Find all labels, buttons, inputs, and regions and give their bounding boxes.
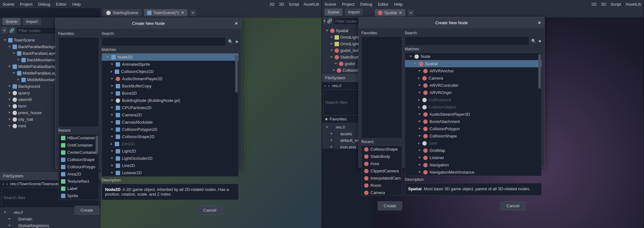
favorites-list[interactable] (58, 37, 99, 127)
open-scene-tab-0[interactable]: StartingScene (103, 9, 142, 16)
list-item[interactable]: InterpolatedCam (362, 175, 402, 182)
list-item[interactable]: Line2D (102, 162, 238, 169)
menu-editor[interactable]: Editor (378, 2, 389, 7)
list-item[interactable]: BoneAttachment (405, 118, 541, 125)
menu-scene[interactable]: Scene (3, 2, 14, 7)
create-button[interactable]: Create (378, 201, 402, 210)
list-item[interactable]: Light2D (102, 147, 238, 155)
list-item[interactable]: GridMap (405, 147, 541, 154)
mode-assetlib[interactable]: AssetLib (303, 2, 319, 7)
menu-project[interactable]: Project (342, 2, 354, 7)
list-item[interactable]: CollisionPolygo (58, 163, 99, 170)
recent-list[interactable]: HBoxContainerGridContainerCenterContaine… (58, 134, 99, 200)
list-item[interactable]: Room (362, 182, 402, 189)
cancel-button[interactable]: Cancel (501, 201, 526, 210)
close-icon[interactable]: ✕ (538, 20, 541, 25)
search-input[interactable] (405, 36, 529, 46)
link-node-button[interactable]: 🔗 (327, 18, 332, 24)
matches-list[interactable]: Node2DAnimatedSpriteCollisionObject2DAud… (102, 53, 239, 177)
list-item[interactable]: Camera2D (102, 111, 238, 119)
add-node-button[interactable]: + (1, 27, 8, 33)
menu-editor[interactable]: Editor (56, 2, 67, 7)
list-item[interactable]: Camera (362, 189, 402, 196)
list-item[interactable]: CullInstance (405, 96, 541, 103)
list-item[interactable]: CollisionObject (405, 103, 541, 111)
list-item[interactable]: Node (405, 53, 541, 60)
list-item[interactable]: Area (362, 160, 402, 167)
list-item[interactable]: ClippedCamera (362, 167, 402, 175)
menu-debug[interactable]: Debug (360, 2, 372, 7)
list-item[interactable]: Area2D (58, 170, 99, 178)
list-item[interactable]: GridContainer (58, 142, 99, 149)
mode-2d[interactable]: 2D (269, 2, 275, 7)
list-item[interactable]: Listener (405, 154, 541, 161)
search-icon[interactable]: 🔍 (531, 39, 536, 43)
list-item[interactable]: HBoxContainer (58, 134, 99, 142)
list-item[interactable]: CollisionShape (362, 146, 402, 153)
open-scene-tab-0[interactable]: Spatial✕ (375, 9, 405, 16)
list-item[interactable]: Label (58, 185, 99, 192)
list-item[interactable]: LightOccluder2D (102, 155, 238, 162)
cancel-button[interactable]: Cancel (197, 206, 223, 215)
close-icon[interactable]: ✕ (399, 10, 402, 15)
list-item[interactable]: AnimatedSprite (102, 61, 238, 68)
create-button[interactable]: Create (75, 206, 99, 215)
tree-node[interactable]: GlobalSingletons (1, 222, 99, 228)
list-item[interactable]: Camera (405, 75, 541, 82)
link-node-button[interactable]: 🔗 (9, 27, 15, 33)
mode-script[interactable]: Script (611, 2, 621, 7)
list-item[interactable]: Spatial (405, 60, 541, 67)
list-item[interactable]: StaticBody (362, 153, 402, 160)
tab-scene[interactable]: Scene (3, 18, 20, 25)
list-item[interactable]: CPUParticles2D (102, 104, 238, 111)
new-tab-button[interactable]: + (190, 10, 196, 16)
nav-back-icon[interactable]: ‹ (3, 181, 4, 186)
nav-fwd-icon[interactable]: › (328, 83, 330, 88)
list-item[interactable]: Sprite (58, 192, 99, 199)
list-item[interactable]: Node2D (102, 53, 238, 61)
list-item[interactable]: AudioStreamPlayer3D (405, 111, 541, 118)
mode-assetlib[interactable]: AssetLib (625, 2, 641, 7)
list-item[interactable]: BackBufferCopy (102, 82, 238, 90)
search-icon[interactable]: 🔍 (228, 39, 233, 44)
nav-fwd-icon[interactable]: › (6, 181, 8, 186)
new-tab-button[interactable]: + (408, 10, 414, 16)
list-item[interactable]: Joint (405, 140, 541, 147)
list-item[interactable]: CollisionShape (405, 132, 541, 140)
list-item[interactable]: BuildingNode (BuildingNode.gd) (102, 97, 238, 104)
favorite-icon[interactable]: ★ (538, 39, 542, 43)
list-item[interactable]: CanvasModulate (102, 119, 238, 126)
list-item[interactable]: Bone2D (102, 90, 238, 97)
menu-help[interactable]: Help (72, 2, 81, 7)
favorite-icon[interactable]: ★ (235, 39, 239, 44)
list-item[interactable]: CollisionPolygon (405, 125, 541, 132)
list-item[interactable]: CollisionPolygon2D (102, 126, 238, 133)
mode-3d[interactable]: 3D (601, 2, 606, 7)
list-item[interactable]: Listener2D (102, 169, 238, 176)
list-item[interactable]: AudioStreamPlayer2D (102, 75, 238, 82)
add-node-button[interactable]: + (323, 18, 326, 24)
search-input[interactable] (102, 37, 226, 46)
list-item[interactable]: CollisionShape (58, 156, 99, 163)
mode-2d[interactable]: 2D (591, 2, 597, 7)
tab-import[interactable]: Import (23, 18, 41, 25)
list-item[interactable]: Joint2D (102, 140, 238, 147)
list-item[interactable]: MarginContain (58, 199, 99, 200)
tab-import[interactable]: Import (345, 8, 363, 16)
list-item[interactable]: ARVRAnchor (405, 67, 541, 75)
list-item[interactable]: CenterContaine (58, 149, 99, 156)
recent-list[interactable]: CollisionShapeStaticBodyAreaClippedCamer… (361, 145, 402, 196)
matches-list[interactable]: NodeSpatialARVRAnchorCameraARVRControlle… (405, 53, 542, 176)
mode-script[interactable]: Script (289, 2, 299, 7)
list-item[interactable]: CollisionObject2D (102, 68, 238, 75)
close-icon[interactable]: ✕ (181, 10, 184, 15)
menu-help[interactable]: Help (394, 2, 403, 7)
tab-scene[interactable]: Scene (325, 8, 342, 16)
mode-3d[interactable]: 3D (279, 2, 284, 7)
nav-back-icon[interactable]: ‹ (325, 83, 326, 88)
list-item[interactable]: TextureRect (58, 178, 99, 185)
close-icon[interactable]: ✕ (235, 21, 238, 26)
list-item[interactable]: NavigationMeshInstance (405, 169, 541, 176)
menu-scene[interactable]: Scene (325, 2, 336, 7)
list-item[interactable]: ARVROrigin (405, 89, 541, 96)
